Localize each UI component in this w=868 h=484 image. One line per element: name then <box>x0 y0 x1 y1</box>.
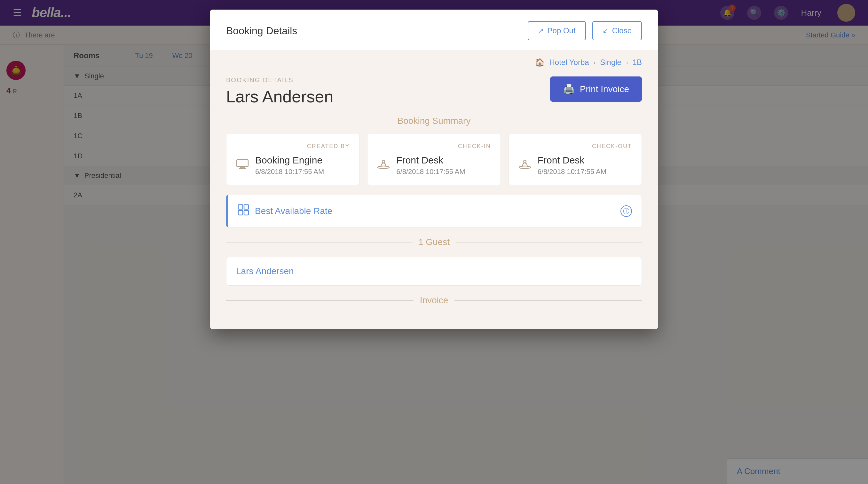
checkin-desk-icon <box>377 158 390 173</box>
checkout-content: Front Desk 6/8/2018 10:17:55 AM <box>519 155 632 176</box>
checkout-label: CHECK-OUT <box>519 143 632 150</box>
checkin-card: CHECK-IN Front Desk 6/8/2018 10:17:55 AM <box>367 134 500 185</box>
booking-details-left: BOOKING DETAILS Lars Andersen <box>226 77 333 106</box>
svg-rect-0 <box>237 160 248 167</box>
svg-rect-8 <box>244 205 248 209</box>
created-by-title: Booking Engine <box>255 155 324 166</box>
breadcrumb: 🏠 Hotel Yorba › Single › 1B <box>226 50 642 67</box>
svg-point-5 <box>519 166 531 169</box>
close-button[interactable]: ↙ Close <box>592 21 642 40</box>
svg-rect-7 <box>238 205 243 209</box>
svg-rect-10 <box>244 211 248 215</box>
created-by-content: Booking Engine 6/8/2018 10:17:55 AM <box>236 155 349 176</box>
created-by-info: Booking Engine 6/8/2018 10:17:55 AM <box>255 155 324 176</box>
modal-title: Booking Details <box>226 25 521 37</box>
checkin-time: 6/8/2018 10:17:55 AM <box>396 168 465 176</box>
checkin-info: Front Desk 6/8/2018 10:17:55 AM <box>396 155 465 176</box>
created-by-label: CREATED BY <box>236 143 349 150</box>
booking-summary-divider: Booking Summary <box>226 116 642 126</box>
guest-name-heading: Lars Andersen <box>226 87 333 106</box>
checkin-content: Front Desk 6/8/2018 10:17:55 AM <box>377 155 491 176</box>
guests-section-title: 1 Guest <box>418 237 450 247</box>
breadcrumb-sep-2: › <box>626 59 628 66</box>
checkout-desk-icon <box>519 158 531 173</box>
modal-header: Booking Details ↗ Pop Out ↙ Close <box>210 9 658 50</box>
checkout-info: Front Desk 6/8/2018 10:17:55 AM <box>538 155 607 176</box>
guest-link[interactable]: Lars Andersen <box>236 266 294 276</box>
svg-rect-9 <box>238 211 243 215</box>
booking-details-label: BOOKING DETAILS <box>226 77 333 84</box>
close-label: Close <box>612 26 632 35</box>
rate-info-icon[interactable]: ⓘ <box>620 205 632 217</box>
summary-cards: CREATED BY Booking Engine 6/8/2018 10:17… <box>226 134 642 185</box>
checkout-title: Front Desk <box>538 155 607 166</box>
breadcrumb-room[interactable]: 1B <box>632 58 642 67</box>
checkout-time: 6/8/2018 10:17:55 AM <box>538 168 607 176</box>
rate-section: Best Available Rate ⓘ <box>226 195 642 228</box>
checkin-label: CHECK-IN <box>377 143 491 150</box>
pop-out-icon: ↗ <box>538 27 544 35</box>
guest-card: Lars Andersen <box>226 257 642 286</box>
rate-icon <box>238 204 249 218</box>
pop-out-label: Pop Out <box>548 26 576 35</box>
created-by-card: CREATED BY Booking Engine 6/8/2018 10:17… <box>226 134 360 185</box>
breadcrumb-home-icon: 🏠 <box>535 58 545 67</box>
booking-engine-icon <box>236 159 249 172</box>
created-by-time: 6/8/2018 10:17:55 AM <box>255 168 324 176</box>
booking-details-modal: Booking Details ↗ Pop Out ↙ Close 🏠 Hote… <box>210 9 658 329</box>
print-invoice-label: Print Invoice <box>580 84 629 94</box>
breadcrumb-sep-1: › <box>594 59 596 66</box>
svg-point-4 <box>382 160 385 163</box>
pop-out-button[interactable]: ↗ Pop Out <box>528 21 586 40</box>
checkin-title: Front Desk <box>396 155 465 166</box>
booking-details-section: BOOKING DETAILS Lars Andersen 🖨️ Print I… <box>226 67 642 113</box>
modal-body: 🏠 Hotel Yorba › Single › 1B BOOKING DETA… <box>210 50 658 329</box>
svg-point-3 <box>378 166 389 169</box>
breadcrumb-hotel[interactable]: Hotel Yorba <box>549 58 589 67</box>
booking-summary-title: Booking Summary <box>398 116 471 126</box>
close-icon: ↙ <box>602 27 608 35</box>
print-invoice-button[interactable]: 🖨️ Print Invoice <box>550 77 642 102</box>
checkout-card: CHECK-OUT Front Desk 6/8/2018 10:17:55 A… <box>508 134 642 185</box>
guest-section-divider: 1 Guest <box>226 237 642 247</box>
svg-point-6 <box>524 160 526 163</box>
invoice-section-divider: Invoice <box>226 295 642 305</box>
rate-name: Best Available Rate <box>255 206 620 216</box>
invoice-title: Invoice <box>420 295 448 305</box>
breadcrumb-room-type[interactable]: Single <box>600 58 621 67</box>
printer-icon: 🖨️ <box>563 84 575 95</box>
